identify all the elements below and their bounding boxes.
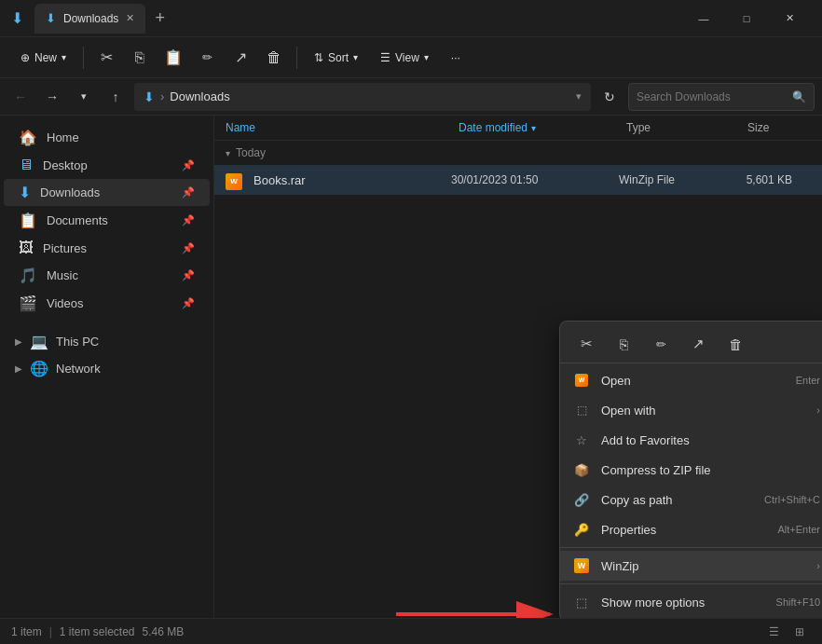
recent-btn[interactable]: ▾ — [71, 84, 97, 110]
share-btn[interactable]: ↗ — [226, 43, 255, 73]
search-icon: 🔍 — [792, 90, 806, 103]
copy-btn[interactable]: ⎘ — [125, 43, 155, 73]
file-name-cell: W Books.rar — [226, 171, 451, 190]
thispc-icon: 💻 — [30, 333, 48, 350]
sidebar-item-downloads[interactable]: ⬇ Downloads 📌 — [4, 179, 210, 206]
sort-dropdown-icon: ▾ — [353, 52, 358, 62]
sidebar-item-pictures[interactable]: 🖼 Pictures 📌 — [4, 235, 210, 261]
pin-icon-documents: 📌 — [182, 214, 195, 226]
ctx-open-with-icon: ⬚ — [573, 402, 590, 418]
sidebar-music-label: Music — [47, 268, 78, 282]
ctx-item-open-with[interactable]: ⬚ Open with › — [560, 395, 822, 425]
sidebar-item-desktop[interactable]: 🖥 Desktop 📌 — [4, 152, 210, 178]
path-text: Downloads — [170, 89, 229, 103]
sidebar-item-videos[interactable]: 🎬 Videos 📌 — [4, 290, 210, 317]
sidebar-item-music[interactable]: 🎵 Music 📌 — [4, 262, 210, 289]
home-icon: 🏠 — [19, 129, 37, 146]
new-button[interactable]: ⊕ New ▾ — [11, 47, 75, 69]
ctx-item-open[interactable]: W Open Enter — [560, 365, 822, 395]
sort-label: Sort — [328, 51, 349, 64]
view-btn[interactable]: ☰ View ▾ — [371, 47, 438, 69]
main-layout: 🏠 Home 🖥 Desktop 📌 ⬇ Downloads 📌 📋 Docum… — [0, 116, 822, 618]
ctx-copy-btn[interactable]: ⎘ — [609, 331, 638, 357]
pictures-icon: 🖼 — [19, 240, 34, 256]
maximize-btn[interactable]: □ — [725, 4, 768, 34]
desktop-icon: 🖥 — [19, 157, 34, 173]
toolbar-separator-2 — [296, 47, 297, 69]
ctx-item-show-more[interactable]: ⬚ Show more options Shift+F10 — [560, 587, 822, 617]
col-header-name[interactable]: Name — [226, 121, 459, 134]
ctx-item-winzip[interactable]: W WinZip › — [560, 551, 822, 581]
details-view-btn[interactable]: ☰ — [762, 622, 785, 642]
sidebar-item-network[interactable]: ▶ 🌐 Network — [0, 355, 213, 382]
ctx-item-copy-path[interactable]: 🔗 Copy as path Ctrl+Shift+C — [560, 485, 822, 514]
ctx-item-properties[interactable]: 🔑 Properties Alt+Enter — [560, 514, 822, 544]
col-header-type[interactable]: Type — [626, 121, 747, 134]
sidebar-desktop-label: Desktop — [43, 158, 88, 172]
ctx-compress-icon: 📦 — [573, 461, 590, 478]
ctx-properties-icon: 🔑 — [573, 521, 590, 538]
status-view-toggles: ☰ ⊞ — [762, 622, 811, 642]
ctx-copy-path-label: Copy as path — [601, 493, 753, 507]
file-name: Books.rar — [253, 173, 306, 187]
col-header-date[interactable]: Date modified ▾ — [459, 121, 626, 134]
ctx-rename-btn[interactable]: ✏ — [646, 331, 676, 357]
minimize-btn[interactable]: — — [682, 4, 725, 34]
tab-area: ⬇ Downloads ✕ + — [34, 4, 171, 34]
new-icon: ⊕ — [21, 51, 30, 64]
sidebar-item-thispc[interactable]: ▶ 💻 This PC — [0, 328, 213, 355]
network-expand-arrow: ▶ — [15, 363, 22, 374]
group-header-today[interactable]: ▾ Today — [214, 141, 822, 165]
toolbar: ⊕ New ▾ ✂ ⎘ 📋 ✏ ↗ 🗑 ⇅ Sort ▾ ☰ View ▾ ··… — [0, 37, 822, 78]
search-box[interactable]: 🔍 — [628, 83, 815, 111]
file-row-books[interactable]: W Books.rar 30/01/2023 01:50 WinZip File… — [214, 165, 822, 195]
ctx-toolbar: ✂ ⎘ ✏ ↗ 🗑 — [560, 325, 822, 363]
sidebar-item-documents[interactable]: 📋 Documents 📌 — [4, 207, 210, 234]
ctx-separator-2 — [560, 583, 822, 584]
sort-indicator: ▾ — [531, 123, 536, 133]
more-btn[interactable]: ··· — [442, 47, 470, 69]
ctx-show-more-label: Show more options — [601, 596, 765, 610]
back-btn[interactable]: ← — [7, 84, 34, 110]
sidebar-item-home[interactable]: 🏠 Home — [4, 124, 210, 151]
rename-btn[interactable]: ✏ — [192, 43, 222, 73]
downloads-icon: ⬇ — [19, 184, 31, 201]
ctx-open-with-label: Open with — [601, 404, 805, 418]
forward-btn[interactable]: → — [39, 84, 65, 110]
file-header: Name Date modified ▾ Type Size — [214, 116, 822, 141]
sidebar-network-label: Network — [56, 362, 101, 376]
new-tab-btn[interactable]: + — [149, 8, 171, 28]
ctx-item-compress[interactable]: 📦 Compress to ZIP file — [560, 455, 822, 485]
ctx-item-favorites[interactable]: ☆ Add to Favorites — [560, 425, 822, 455]
ctx-winzip-arrow: › — [816, 560, 820, 571]
col-header-size[interactable]: Size — [747, 121, 811, 134]
ctx-favorites-icon: ☆ — [573, 432, 590, 448]
tab-label: Downloads — [63, 12, 118, 25]
ctx-open-label: Open — [601, 374, 785, 388]
search-input[interactable] — [637, 90, 787, 103]
tab-close-btn[interactable]: ✕ — [126, 12, 134, 24]
ctx-properties-shortcut: Alt+Enter — [777, 524, 820, 535]
up-btn[interactable]: ↑ — [103, 84, 129, 110]
address-path[interactable]: ⬇ › Downloads ▾ — [134, 83, 591, 111]
sidebar-documents-label: Documents — [47, 213, 108, 227]
app-icon: ⬇ — [11, 9, 23, 27]
paste-btn[interactable]: 📋 — [158, 43, 188, 73]
delete-btn[interactable]: 🗑 — [259, 43, 289, 73]
sort-btn[interactable]: ⇅ Sort ▾ — [305, 47, 367, 69]
ctx-open-icon: W — [573, 372, 590, 389]
tab-downloads[interactable]: ⬇ Downloads ✕ — [34, 4, 145, 34]
ctx-open-with-arrow: › — [816, 404, 820, 416]
winzip-icon-graphic: W — [574, 558, 589, 573]
close-btn[interactable]: ✕ — [768, 4, 811, 34]
ctx-share-btn[interactable]: ↗ — [683, 331, 713, 357]
ctx-show-more-icon: ⬚ — [573, 594, 590, 610]
ctx-delete-btn[interactable]: 🗑 — [720, 331, 750, 357]
ctx-show-more-shortcut: Shift+F10 — [776, 596, 820, 608]
cut-btn[interactable]: ✂ — [91, 43, 121, 73]
path-dropdown-btn[interactable]: ▾ — [576, 90, 582, 103]
ctx-cut-btn[interactable]: ✂ — [571, 331, 601, 357]
tiles-view-btn[interactable]: ⊞ — [788, 622, 811, 642]
refresh-btn[interactable]: ↻ — [596, 84, 623, 110]
toolbar-separator — [83, 47, 84, 69]
